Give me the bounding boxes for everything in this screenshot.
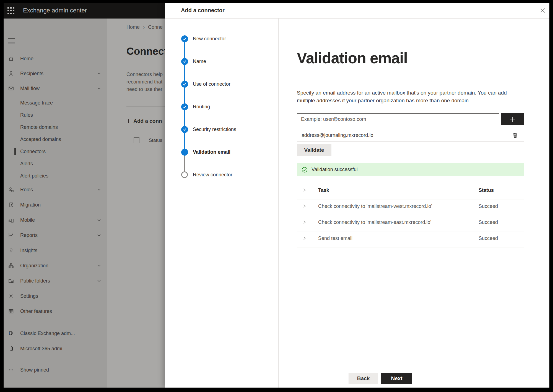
step-connector-line-completed [184, 39, 185, 152]
sidebar-item-roles[interactable]: Roles [4, 184, 107, 195]
content-heading: Validation email [297, 49, 407, 67]
expand-row-chevron-icon[interactable] [302, 236, 307, 240]
app-window: Exchange admin center Home Recipients Ma… [4, 3, 549, 388]
page-title: Connect [126, 46, 165, 57]
step-review-connector[interactable]: Review connector [165, 170, 276, 179]
sidebar-item-migration[interactable]: Migration [4, 199, 107, 210]
left-nav: Home Recipients Mail flow Message trace … [4, 19, 107, 388]
sidebar-item-reports[interactable]: Reports [4, 230, 107, 241]
step-completed-icon [181, 103, 188, 110]
task-cell: Check connectivity to 'mailstream-west.m… [318, 203, 432, 209]
step-completed-icon [181, 35, 188, 42]
intro-text-line: recommend that [126, 79, 162, 85]
divider [297, 141, 524, 142]
step-security-restrictions[interactable]: Security restrictions [165, 125, 276, 134]
status-column-header: Status [479, 187, 494, 193]
sidebar-item-other-features[interactable]: Other features [4, 306, 107, 317]
table-divider [297, 247, 524, 247]
chevron-down-icon [97, 233, 101, 237]
delete-address-icon[interactable] [512, 132, 519, 139]
sidebar-item-mail-flow[interactable]: Mail flow [4, 83, 107, 94]
select-all-checkbox[interactable] [134, 137, 139, 143]
step-completed-icon [181, 81, 188, 88]
sidebar-item-home[interactable]: Home [4, 53, 107, 64]
add-connector-button[interactable]: + Add a conn [126, 117, 162, 125]
sidebar-item-settings[interactable]: Settings [4, 291, 107, 302]
task-column-header: Task [318, 187, 329, 193]
status-cell: Succeed [479, 203, 498, 209]
sidebar-item-accepted-domains[interactable]: Accepted domains [4, 134, 107, 145]
chevron-down-icon [97, 188, 101, 192]
sidebar-item-connectors[interactable]: Connectors [4, 146, 107, 157]
sidebar-divider [10, 319, 90, 319]
expand-all-chevron-icon[interactable] [302, 188, 307, 192]
header-divider [165, 18, 549, 19]
validate-button[interactable]: Validate [297, 144, 331, 156]
sidebar-item-recipients[interactable]: Recipients [4, 68, 107, 79]
sidebar-item-insights[interactable]: Insights [4, 245, 107, 256]
table-grid-icon [8, 308, 14, 315]
mail-icon [8, 85, 14, 92]
email-address-input[interactable] [297, 113, 499, 125]
sidebar-item-alerts[interactable]: Alerts [4, 158, 107, 169]
app-launcher-icon[interactable] [7, 7, 15, 14]
breadcrumb: Home›Conne [126, 24, 163, 30]
table-divider [297, 231, 524, 231]
success-check-icon [302, 167, 308, 173]
content-description: Specify an email address for an active m… [297, 89, 513, 104]
table-divider [297, 215, 524, 215]
step-routing[interactable]: Routing [165, 102, 276, 111]
step-upcoming-icon [181, 171, 188, 178]
breadcrumb-current: Conne [148, 24, 163, 30]
sidebar-item-alert-policies[interactable]: Alert policies [4, 170, 107, 181]
sidebar-item-rules[interactable]: Rules [4, 109, 107, 121]
svg-text:E: E [9, 332, 11, 335]
add-connector-panel: Add a connector New connector Name Use o… [165, 3, 549, 388]
app-title: Exchange admin center [23, 7, 87, 14]
step-completed-icon [181, 58, 188, 65]
connectors-page-background: Home›Conne Connect Connectors help recom… [107, 19, 165, 388]
expand-row-chevron-icon[interactable] [302, 220, 307, 224]
person-icon [8, 70, 14, 77]
selected-indicator [14, 148, 16, 155]
footer-divider [165, 368, 549, 368]
sidebar-item-remote-domains[interactable]: Remote domains [4, 122, 107, 133]
task-cell: Check connectivity to 'mailstream-east.m… [318, 219, 431, 225]
step-validation-email[interactable]: Validation email [165, 148, 276, 156]
sidebar-item-mobile[interactable]: Mobile [4, 215, 107, 226]
add-address-button[interactable] [501, 113, 524, 125]
intro-text-line: need to use ther [126, 87, 162, 92]
expand-row-chevron-icon[interactable] [302, 204, 307, 208]
nav-collapse-icon[interactable] [8, 38, 15, 43]
sidebar-item-microsoft-365-admin[interactable]: Microsoft 365 admi... [4, 343, 107, 354]
back-button[interactable]: Back [349, 373, 378, 384]
step-name[interactable]: Name [165, 57, 276, 66]
plus-icon: + [126, 117, 131, 125]
chevron-down-icon [97, 72, 101, 75]
step-current-icon [181, 149, 188, 156]
wizard-divider [278, 19, 279, 388]
exchange-logo-icon: E [8, 330, 14, 337]
status-cell: Succeed [479, 236, 498, 241]
reports-icon [8, 232, 14, 239]
sidebar-item-classic-exchange-admin[interactable]: E Classic Exchange adm... [4, 328, 107, 339]
step-use-of-connector[interactable]: Use of connector [165, 80, 276, 88]
next-button[interactable]: Next [381, 373, 412, 384]
close-icon[interactable] [538, 6, 548, 15]
added-address-text: address@journaling.mxrecord.io [302, 132, 373, 138]
sidebar-item-organization[interactable]: Organization [4, 260, 107, 271]
sidebar-item-show-pinned[interactable]: Show pinned [4, 364, 107, 375]
sidebar-item-public-folders[interactable]: Public folders [4, 275, 107, 286]
ellipsis-icon [8, 367, 14, 373]
org-chart-icon [8, 262, 14, 269]
public-folder-icon [8, 278, 14, 284]
breadcrumb-home-link[interactable]: Home [126, 24, 140, 30]
status-column-header: Status [149, 138, 162, 143]
home-icon [8, 55, 14, 62]
sidebar-item-message-trace[interactable]: Message trace [4, 97, 107, 108]
task-cell: Send test email [318, 236, 352, 241]
banner-text: Validation successful [311, 167, 358, 173]
added-address-row: address@journaling.mxrecord.io [297, 129, 524, 141]
step-new-connector[interactable]: New connector [165, 34, 276, 43]
lightbulb-icon [8, 247, 14, 254]
